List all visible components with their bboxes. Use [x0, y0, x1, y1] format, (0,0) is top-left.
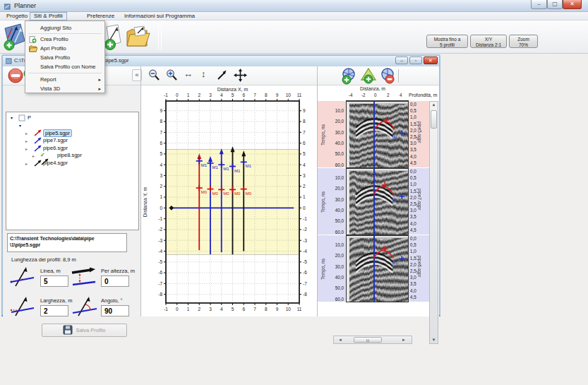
child-restore-button[interactable]: ▫ — [409, 57, 422, 64]
v-scroll-thumb[interactable] — [431, 110, 437, 129]
depth-tick: 4,5 — [410, 227, 416, 232]
svg-text:3: 3 — [209, 307, 212, 312]
add-cone-object-icon[interactable] — [360, 68, 378, 85]
depth-axis-gutter: 0,00,51,01,52,02,53,03,54,04,5pipe6.sgpr — [408, 235, 429, 302]
expander-icon[interactable]: ▾ — [11, 115, 13, 120]
new-profile-icon[interactable] — [104, 24, 124, 51]
stretch-diagonal-icon[interactable] — [216, 69, 228, 81]
tree-item-label[interactable]: pipe8.sgpr — [57, 152, 82, 158]
tempo-tick: 20,0 — [335, 186, 344, 191]
application-window: Planner – ▢ ✕ Progetto Siti & Profili Pr… — [0, 0, 588, 385]
tree-item-label[interactable]: pipe4.sgpr — [43, 160, 68, 166]
child-minimize-button[interactable]: – — [395, 57, 408, 64]
close-button[interactable]: ✕ — [563, 0, 582, 9]
menu-item-report[interactable]: Report▸ — [26, 75, 104, 84]
expander-icon[interactable]: ▸ — [25, 131, 28, 136]
svg-text:-6: -6 — [303, 270, 307, 275]
menu-item-salva-profilo[interactable]: Salva Profilo — [26, 53, 104, 62]
minimize-button[interactable]: – — [531, 0, 547, 9]
tree-item-label[interactable]: pipe5.sgpr — [43, 129, 72, 137]
depth-tick: 1,5 — [410, 256, 416, 261]
menu-separator — [28, 33, 102, 34]
tempo-axis-label: Tempo, ns — [320, 259, 325, 280]
svg-text:8: 8 — [265, 307, 268, 312]
svg-text:6: 6 — [303, 141, 306, 146]
tempo-tick: 60,0 — [335, 230, 344, 235]
menu-item-apri-profilo[interactable]: Apri Profilo — [26, 44, 104, 53]
menu-item-crea-profilo[interactable]: Crea Profilo — [26, 35, 104, 44]
stretch-vertical-icon[interactable]: ↕ — [201, 69, 206, 79]
remove-object-icon[interactable] — [379, 68, 397, 85]
menu-siti-profili[interactable]: Siti & Profili — [30, 12, 67, 20]
svg-text:4: 4 — [220, 93, 223, 97]
tree-item-pipe8[interactable]: ▸ ✓ pipe8.sgpr — [6, 153, 133, 160]
remove-profile-icon[interactable] — [8, 68, 23, 83]
scroll-up-icon[interactable]: ▲ — [430, 102, 438, 107]
radargram-image[interactable] — [347, 168, 408, 235]
radar-h-scrollbar[interactable]: ◄ ► ⦀⦀ — [333, 336, 412, 344]
open-profile-icon[interactable] — [126, 26, 152, 49]
expander-icon[interactable]: ▸ — [25, 146, 28, 151]
menu-progetto[interactable]: Progetto — [2, 12, 32, 20]
tree-item-pipe7[interactable]: ▸ pipe7.sgpr — [6, 138, 133, 146]
svg-text:4: 4 — [303, 162, 306, 167]
xy-distance-button[interactable]: X/YDistanza 2:1 — [470, 35, 507, 48]
pan-icon[interactable] — [234, 69, 247, 82]
left-panel: ▾ P ▾ ▸ pipe5.sgpr ▸ pipe7.sgpr ▸ pipe6.… — [3, 85, 140, 316]
svg-text:1: 1 — [187, 307, 190, 312]
svg-text:2: 2 — [160, 184, 162, 189]
tree-item-label[interactable]: pipe7.sgpr — [43, 137, 68, 143]
depth-tick: 2,0 — [410, 262, 416, 267]
menu-preferenze[interactable]: Preferenze — [83, 12, 119, 20]
linea-input[interactable] — [40, 276, 68, 287]
profile-arrow-icon — [33, 145, 42, 152]
add-sphere-object-icon[interactable] — [340, 68, 358, 85]
expander-icon[interactable]: ▸ — [25, 161, 28, 166]
site-plan-plot[interactable]: -1-1001122334455667788991010111199887766… — [141, 85, 317, 316]
tree-item-pipe4[interactable]: ▸ pipe4.sgpr — [6, 160, 133, 168]
tree-root[interactable]: ▾ P — [6, 114, 133, 122]
menu-item-salva-profilo-con-nome[interactable]: Salva Profilo con Nome — [26, 62, 104, 71]
stretch-horizontal-icon[interactable]: ↔ — [184, 69, 193, 79]
expander-icon[interactable]: ▸ — [32, 153, 35, 158]
tree-item-pipe5[interactable]: ▸ pipe5.sgpr — [6, 130, 133, 138]
tempo-axis-gutter: Tempo, ns10,020,030,040,050,060,0 — [318, 168, 347, 235]
app-icon — [4, 3, 11, 10]
expander-icon[interactable]: ▸ — [25, 138, 28, 143]
tempo-tick: 40,0 — [335, 208, 344, 213]
angolo-input[interactable] — [101, 305, 129, 316]
plot-panel: -1-1001122334455667788991010111199887766… — [141, 85, 317, 316]
larghezza-input[interactable] — [40, 305, 68, 316]
scroll-down-icon[interactable]: ▼ — [430, 338, 438, 342]
radargram-image[interactable] — [347, 101, 408, 167]
angolo-label: Angolo, ° — [101, 297, 123, 304]
child-close-button[interactable]: ✕ — [424, 57, 438, 64]
svg-text:0: 0 — [160, 206, 162, 211]
menu-informazioni[interactable]: Informazioni sul Programma — [120, 12, 199, 20]
depth-tick: 4,0 — [410, 154, 416, 159]
profile-name-label: pipe5.sgpr — [417, 122, 422, 143]
add-site-icon[interactable] — [2, 23, 28, 51]
expander-icon[interactable]: ▾ — [19, 123, 21, 128]
menu-item-aggiungi-sito[interactable]: Aggiungi Sito — [26, 23, 104, 32]
depth-tick: 4,0 — [410, 221, 416, 226]
depth-tick: 3,0 — [410, 208, 416, 213]
h-scroll-thumb[interactable]: ⦀⦀ — [354, 337, 382, 343]
zoom-level-button[interactable]: Zoom70% — [509, 35, 538, 48]
per-altezza-input[interactable] — [101, 276, 129, 287]
radar-v-scrollbar[interactable]: ▲ ▼ — [429, 101, 438, 344]
floppy-disk-icon — [63, 325, 73, 335]
radargram-image[interactable] — [347, 235, 408, 302]
zoom-in-icon[interactable] — [166, 69, 179, 82]
maximize-button[interactable]: ▢ — [547, 0, 563, 9]
save-profile-button[interactable]: Salva Profilo — [42, 324, 127, 337]
show-profiles-button[interactable]: Mostra fino a5 profili — [426, 35, 468, 48]
svg-text:0: 0 — [303, 206, 306, 211]
tree-item-label[interactable]: pipe6.sgpr — [43, 145, 68, 151]
menu-item-vista-3d[interactable]: Vista 3D▸ — [26, 84, 104, 93]
zoom-out-icon[interactable] — [148, 69, 161, 82]
radar-x-tick: 0 — [374, 93, 377, 97]
child-window-icon — [6, 58, 12, 64]
svg-text:7: 7 — [160, 130, 162, 135]
svg-text:M0: M0 — [234, 191, 241, 196]
